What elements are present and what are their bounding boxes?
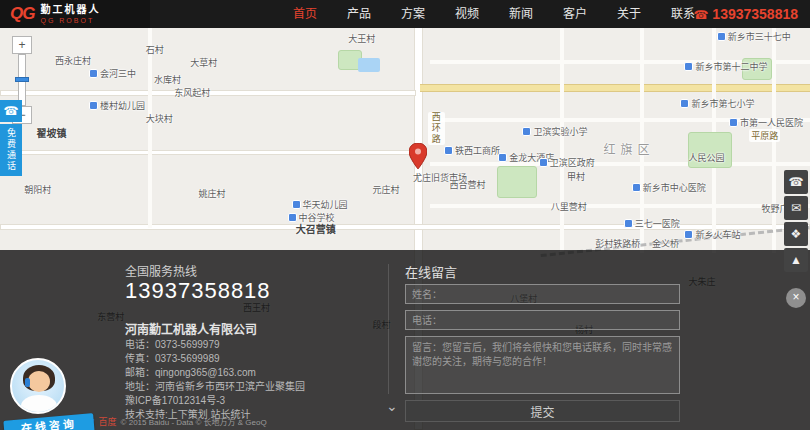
online-consult-banner[interactable]: 在线咨询 (3, 413, 94, 430)
back-to-top-icon[interactable]: ▲ (784, 248, 808, 272)
top-navbar: QG 勤工机器人 QG ROBOT 首页产品方案视频新闻客户关于联系 ☎1393… (0, 0, 810, 28)
hotline-number: 13937358818 (125, 278, 271, 304)
header-phone-number: ☎13937358818 (693, 0, 798, 29)
map-label: 华天幼儿园 (292, 198, 348, 211)
map-label: 卫滨实验小学 (522, 125, 587, 138)
water-area (358, 58, 380, 72)
left-toolbar: ☎ 免费通话 (0, 100, 22, 176)
map-label: 铁西工商所 (444, 144, 500, 157)
logo-qg-mark: QG (10, 4, 34, 24)
road (430, 204, 810, 208)
nav-item[interactable]: 方案 (386, 0, 440, 28)
map-label: 新乡市中心医院 (632, 181, 706, 194)
online-consult-widget[interactable]: 在线咨询 (4, 358, 98, 430)
map-copyright-text: © 2015 Baidu - Data © 长地万方 & GeoQ (121, 416, 267, 427)
message-icon[interactable]: ✉ (784, 196, 808, 220)
map-label: 西合营村 (450, 178, 486, 191)
free-call-button[interactable]: 免费通话 (0, 124, 22, 176)
map-label: 人民公园 (689, 151, 725, 164)
map-label: 甲村 (567, 170, 585, 183)
map-label: 会河三中 (89, 67, 136, 80)
message-form: 在线留言 提交 (405, 250, 680, 430)
map-label: 平原路 (749, 129, 780, 142)
contact-line: 豫ICP备17012314号-3 (125, 394, 305, 408)
map-label: 彭村铁路桥 (595, 237, 640, 250)
main-nav: 首页产品方案视频新闻客户关于联系 (278, 0, 710, 28)
road (148, 28, 152, 228)
message-form-title: 在线留言 (405, 262, 457, 281)
logo-company-name: 勤工机器人 (40, 5, 100, 15)
road-main-east (420, 84, 810, 92)
logo-subtitle: QG ROBOT (40, 17, 100, 24)
phone-input[interactable] (405, 310, 680, 330)
map-label: 朝阳村 (24, 183, 51, 196)
nav-item[interactable]: 关于 (602, 0, 656, 28)
map-label: 卫滨区政府 (539, 156, 595, 169)
map-label: 金义桥 (652, 237, 679, 250)
contact-line: 传真：0373-5699989 (125, 352, 305, 366)
message-textarea[interactable] (405, 336, 680, 394)
map-label: 东风起村 (174, 86, 210, 99)
zoom-slider[interactable] (18, 54, 26, 106)
road (430, 162, 810, 166)
baidu-logo-cn: 百度 (99, 415, 117, 428)
map-label: 西环路 (428, 112, 445, 145)
map-label: 新乡火车站 (684, 228, 740, 241)
avatar-face (28, 371, 50, 392)
contact-line: 地址：河南省新乡市西环卫滨产业聚集园 (125, 380, 305, 394)
nav-item[interactable]: 产品 (332, 0, 386, 28)
phone-contact-icon[interactable]: ☎ (784, 170, 808, 194)
service-agent-avatar[interactable] (10, 358, 66, 414)
nav-item[interactable]: 客户 (548, 0, 602, 28)
map-label: 红旗区 (603, 140, 654, 157)
map-label: 新乡市三十七中 (717, 30, 791, 43)
contact-line: 邮箱：qingong365@163.com (125, 366, 305, 380)
map-label: 新乡市第七小学 (680, 97, 754, 110)
map-label: 大块村 (146, 112, 173, 125)
map-label: 三七一医院 (624, 217, 680, 230)
footer-panel: 全国服务热线 13937358818 河南勤工机器人有限公司 电话：0373-5… (0, 250, 810, 430)
road (0, 150, 414, 155)
wechat-icon[interactable]: ❖ (784, 222, 808, 246)
phone-number-text: 13937358818 (712, 6, 798, 22)
page: 路庄村夹河乡大王村小营村新乡市三十七中西永庄村石村会河三中大草村水库村东风起村楼… (0, 0, 810, 430)
map-label: 翟坡镇 (36, 125, 66, 140)
zoom-slider-handle[interactable] (15, 77, 29, 82)
map-label: 市第一人民医院 (729, 116, 803, 129)
right-toolbar: ☎✉❖▲ (784, 170, 808, 274)
map-label: 大草村 (190, 56, 217, 69)
company-contact-lines: 电话：0373-5699979传真：0373-5699989邮箱：qingong… (125, 338, 305, 422)
footer-divider (388, 264, 389, 394)
park-area (497, 166, 537, 198)
site-logo[interactable]: QG 勤工机器人 QG ROBOT (0, 0, 150, 28)
company-name: 河南勤工机器人有限公司 (125, 320, 257, 337)
map-label: 元庄村 (373, 183, 400, 196)
map-label: 新乡市第十二中学 (684, 60, 767, 73)
scroll-down-icon[interactable]: ⌄ (386, 398, 398, 414)
map-label: 大王村 (348, 32, 375, 45)
map-label: 姚庄村 (198, 187, 225, 200)
submit-button[interactable]: 提交 (405, 400, 680, 422)
nav-item[interactable]: 视频 (440, 0, 494, 28)
avatar-shirt (21, 395, 57, 414)
nav-item[interactable]: 首页 (278, 0, 332, 28)
map-label: 水库村 (154, 73, 181, 86)
headset-icon (25, 378, 30, 387)
zoom-in-button[interactable]: + (12, 36, 32, 54)
close-icon[interactable]: × (786, 288, 806, 308)
map-label: 大召营镇 (296, 221, 336, 236)
map-label: 八里营村 (551, 200, 587, 213)
name-input[interactable] (405, 284, 680, 304)
free-call-icon[interactable]: ☎ (0, 100, 22, 122)
map-label: 楼村幼儿园 (89, 99, 145, 112)
map-pin-icon[interactable] (409, 143, 427, 173)
hotline-label: 全国服务热线 (125, 262, 197, 279)
contact-line: 电话：0373-5699979 (125, 338, 305, 352)
phone-icon: ☎ (693, 8, 708, 22)
map-label: 西永庄村 (55, 54, 91, 67)
nav-item[interactable]: 新闻 (494, 0, 548, 28)
map-label: 石村 (146, 43, 164, 56)
